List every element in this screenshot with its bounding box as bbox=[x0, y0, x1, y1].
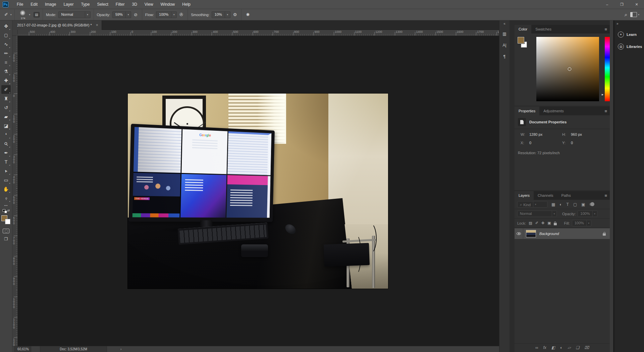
smoothing-gear-icon[interactable]: ⚙ bbox=[233, 12, 237, 17]
properties-panel-menu-icon[interactable]: ≡ bbox=[604, 109, 607, 114]
smoothing-select[interactable]: 10% ▾ bbox=[212, 11, 230, 18]
pixel-filter-icon[interactable]: ▦ bbox=[551, 202, 555, 207]
status-chevron-icon[interactable]: › bbox=[120, 347, 121, 351]
brush-picker-chevron-icon[interactable]: ▾ bbox=[29, 13, 30, 16]
restore-button[interactable]: ❐ bbox=[614, 0, 629, 9]
blur-tool[interactable]: ❛ bbox=[1, 130, 11, 139]
dodge-tool[interactable]: ⚲ bbox=[1, 139, 11, 148]
lock-artboard-icon[interactable]: ▣ bbox=[547, 221, 551, 225]
menu-filter[interactable]: Filter bbox=[112, 0, 128, 9]
menu-select[interactable]: Select bbox=[93, 0, 112, 9]
lock-position-icon[interactable]: ✥ bbox=[541, 221, 544, 225]
flow-select[interactable]: 100% ▾ bbox=[156, 11, 177, 18]
menu-type[interactable]: Type bbox=[77, 0, 93, 9]
panel-columns-icon[interactable]: ▥ bbox=[501, 30, 508, 38]
menu-3d[interactable]: 3D bbox=[128, 0, 141, 9]
brush-tool-preset-icon[interactable]: ✐ bbox=[4, 12, 8, 17]
adjustment-filter-icon[interactable]: ◐ bbox=[559, 202, 562, 207]
hue-slider-arrow-icon[interactable]: ▸ bbox=[602, 93, 603, 96]
minimize-button[interactable]: – bbox=[600, 0, 614, 9]
layer-style-icon[interactable]: fx bbox=[543, 345, 546, 350]
link-layers-icon[interactable]: ∞ bbox=[535, 345, 538, 350]
learn-panel[interactable]: ✦Learn bbox=[614, 28, 644, 41]
status-zoom-field[interactable]: 60,61% bbox=[14, 346, 31, 352]
saturation-brightness-field[interactable] bbox=[536, 37, 599, 101]
tab-close-icon[interactable]: × bbox=[96, 23, 98, 27]
menu-image[interactable]: Image bbox=[41, 0, 60, 9]
size-pressure-icon[interactable]: ✺ bbox=[246, 12, 250, 17]
layer-filter-toggle[interactable] bbox=[589, 203, 594, 206]
clone-stamp-tool[interactable]: ♜ bbox=[1, 94, 11, 103]
lock-paint-icon[interactable]: ✐ bbox=[535, 221, 538, 225]
screen-mode-button[interactable]: ❐ bbox=[4, 237, 8, 241]
default-swap-colors[interactable]: ⇄ bbox=[2, 209, 10, 214]
layer-mask-icon[interactable]: ◧ bbox=[551, 345, 555, 350]
blend-mode-select[interactable]: Normal ▾ bbox=[517, 211, 557, 217]
lasso-tool[interactable]: ∿ bbox=[1, 40, 11, 49]
adjustment-layer-icon[interactable]: ◐ bbox=[560, 345, 562, 350]
path-selection-tool[interactable]: ➤ bbox=[1, 167, 11, 175]
smart-object-filter-icon[interactable]: ▣ bbox=[581, 202, 585, 207]
quick-mask-button[interactable] bbox=[3, 229, 9, 233]
ruler-origin-corner[interactable] bbox=[12, 30, 18, 36]
tool-preset-chevron-icon[interactable]: ▾ bbox=[10, 13, 12, 16]
status-doc-sizes[interactable]: Doc: 3,52M/3,52M bbox=[40, 346, 107, 352]
quick-selection-tool[interactable]: ✏ bbox=[1, 49, 11, 58]
tab-channels[interactable]: Channels bbox=[534, 191, 557, 200]
move-tool[interactable]: ✥ bbox=[1, 22, 11, 31]
layer-thumbnail[interactable] bbox=[526, 230, 536, 237]
prop-value[interactable]: 0 bbox=[571, 141, 610, 145]
tab-swatches[interactable]: Swatches bbox=[531, 25, 555, 34]
color-picker-marker[interactable] bbox=[568, 67, 572, 71]
layer-visibility-toggle[interactable] bbox=[515, 228, 523, 239]
prop-value[interactable]: 1280 px bbox=[529, 132, 562, 136]
menu-layer[interactable]: Layer bbox=[60, 0, 77, 9]
rectangle-tool[interactable]: ▭ bbox=[1, 176, 11, 184]
tab-paths[interactable]: Paths bbox=[557, 191, 575, 200]
airbrush-icon[interactable]: ✇ bbox=[179, 12, 183, 17]
opacity-select[interactable]: 59% ▾ bbox=[112, 11, 131, 18]
brush-settings-panel-toggle[interactable]: ▤ bbox=[34, 12, 40, 17]
workspace-switcher-icon[interactable] bbox=[630, 12, 637, 17]
collapse-rail-icon[interactable]: » bbox=[616, 22, 619, 25]
gradient-tool[interactable]: ◪ bbox=[1, 121, 11, 130]
search-icon[interactable]: ⌕ bbox=[625, 12, 627, 18]
color-panel-menu-icon[interactable]: ≡ bbox=[604, 27, 607, 32]
prop-value[interactable]: 0 bbox=[529, 141, 562, 145]
healing-brush-tool[interactable]: ✚ bbox=[1, 76, 11, 85]
marquee-tool[interactable]: ▢ bbox=[1, 31, 11, 40]
menu-edit[interactable]: Edit bbox=[27, 0, 41, 9]
background-color-well[interactable] bbox=[5, 219, 10, 224]
color-foreground-chip[interactable] bbox=[518, 37, 524, 44]
menu-help[interactable]: Help bbox=[178, 0, 194, 9]
opacity-pressure-icon[interactable]: ⊘ bbox=[134, 12, 138, 17]
menu-window[interactable]: Window bbox=[157, 0, 179, 9]
character-panel-icon[interactable]: A| bbox=[501, 42, 508, 49]
layer-name[interactable]: Background bbox=[539, 232, 603, 236]
layer-filter-kind-select[interactable]: ⌕Kind ▾ bbox=[517, 201, 547, 208]
workspace-chevron-icon[interactable]: ▾ bbox=[638, 13, 639, 16]
layer-group-icon[interactable]: ▱ bbox=[568, 345, 571, 350]
layers-opacity-select[interactable]: 100% ▾ bbox=[578, 211, 597, 217]
libraries-panel[interactable]: ▤Libraries bbox=[614, 41, 644, 53]
document-image[interactable]: Google THE VERGE bbox=[128, 94, 388, 289]
canvas-viewport[interactable]: Google THE VERGE bbox=[18, 36, 499, 346]
tab-color[interactable]: Color bbox=[515, 25, 531, 34]
brush-preset-picker[interactable]: 174 bbox=[18, 10, 27, 20]
menu-file[interactable]: File bbox=[13, 0, 27, 9]
eyedropper-tool[interactable]: ⚗ bbox=[1, 67, 11, 76]
lock-transparency-icon[interactable]: ▨ bbox=[529, 221, 532, 225]
tab-adjustments[interactable]: Adjustments bbox=[539, 107, 568, 115]
paragraph-panel-icon[interactable]: ¶ bbox=[501, 53, 508, 60]
brush-tool[interactable]: ✐ bbox=[1, 85, 11, 94]
document-tab[interactable]: 2017-07-02-image-2.jpg @ 60,6% (RGB/8#) … bbox=[12, 20, 102, 30]
layer-row-background[interactable]: Background bbox=[515, 228, 610, 239]
edit-toolbar-icon[interactable]: ••• bbox=[4, 204, 8, 207]
type-filter-icon[interactable]: T bbox=[567, 202, 569, 207]
pen-tool[interactable]: ✒ bbox=[1, 149, 11, 157]
fill-select[interactable]: 100% ▾ bbox=[572, 220, 591, 226]
hand-tool[interactable]: ✋ bbox=[1, 185, 11, 193]
expand-panels-icon[interactable]: « bbox=[503, 22, 505, 25]
history-brush-tool[interactable]: ↺ bbox=[1, 103, 11, 112]
tab-properties[interactable]: Properties bbox=[515, 107, 539, 115]
